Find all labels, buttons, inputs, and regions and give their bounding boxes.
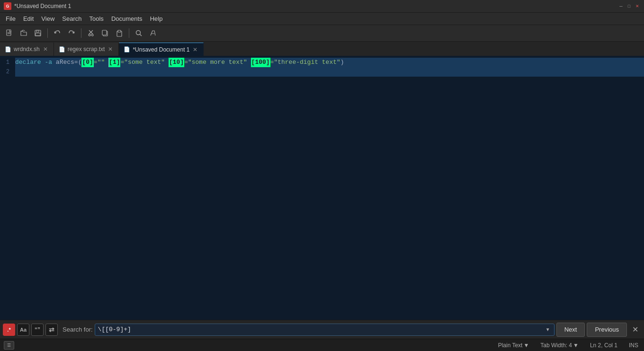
cursor-position[interactable]: Ln 2, Col 1 bbox=[588, 341, 619, 350]
menu-edit[interactable]: Edit bbox=[19, 14, 37, 24]
svg-line-15 bbox=[140, 35, 142, 36]
search-input[interactable] bbox=[98, 326, 545, 333]
save-file-button[interactable] bbox=[31, 27, 45, 39]
menu-help[interactable]: Help bbox=[146, 14, 167, 24]
tab-label-1: wrdndx.sh bbox=[14, 46, 40, 53]
code-line-2 bbox=[15, 67, 644, 77]
title-bar-left: G *Unsaved Document 1 bbox=[4, 2, 71, 10]
cut-button[interactable] bbox=[84, 27, 98, 39]
svg-rect-11 bbox=[102, 30, 107, 35]
tab-width-dropdown-icon: ▼ bbox=[573, 342, 579, 349]
code-area[interactable]: declare -a aRecs=([0]="" [1]="some text"… bbox=[13, 56, 644, 320]
search-history-button[interactable]: ▼ bbox=[545, 327, 551, 332]
svg-rect-13 bbox=[118, 30, 121, 32]
tab-icon-2: 📄 bbox=[59, 46, 65, 53]
tab-bar: 📄 wrdndx.sh ✕ 📄 regex scrap.txt ✕ 📄 *Uns… bbox=[0, 42, 644, 56]
previous-button[interactable]: Previous bbox=[587, 323, 627, 337]
minimize-button[interactable]: ─ bbox=[618, 3, 624, 9]
status-left: ☰ bbox=[4, 341, 14, 350]
tab-label-2: regex scrap.txt bbox=[68, 46, 105, 53]
insert-mode[interactable]: INS bbox=[627, 341, 640, 350]
toolbar bbox=[0, 25, 644, 42]
svg-point-8 bbox=[89, 34, 90, 36]
redo-button[interactable] bbox=[65, 27, 78, 39]
undo-button[interactable] bbox=[51, 27, 64, 39]
line-numbers: 1 2 bbox=[0, 56, 13, 320]
language-label: Plain Text bbox=[498, 342, 523, 349]
svg-point-14 bbox=[136, 31, 141, 35]
status-right: Plain Text ▼ Tab Width: 4 ▼ Ln 2, Col 1 … bbox=[496, 341, 640, 350]
window-controls: ─ □ ✕ bbox=[618, 3, 640, 9]
status-bar: ☰ Plain Text ▼ Tab Width: 4 ▼ Ln 2, Col … bbox=[0, 339, 644, 351]
color-pick-button[interactable] bbox=[146, 27, 160, 39]
search-button[interactable] bbox=[132, 27, 145, 39]
separator-2 bbox=[81, 28, 81, 38]
line-num-1: 1 bbox=[0, 58, 9, 67]
case-toggle-button[interactable]: Aa bbox=[17, 324, 29, 336]
svg-point-9 bbox=[91, 34, 93, 36]
menu-view[interactable]: View bbox=[37, 14, 58, 24]
tab-close-1[interactable]: ✕ bbox=[42, 46, 49, 53]
close-button[interactable]: ✕ bbox=[634, 3, 640, 9]
window-title: *Unsaved Document 1 bbox=[14, 3, 71, 9]
app-icon: G bbox=[4, 2, 11, 10]
next-button[interactable]: Next bbox=[556, 323, 585, 337]
editor-container[interactable]: 1 2 declare -a aRecs=([0]="" [1]="some t… bbox=[0, 56, 644, 320]
separator-1 bbox=[47, 28, 48, 38]
search-input-wrapper[interactable]: ▼ bbox=[95, 324, 555, 336]
title-bar: G *Unsaved Document 1 ─ □ ✕ bbox=[0, 0, 644, 12]
tab-width-label: Tab Width: 4 bbox=[540, 342, 572, 349]
tab-icon-3: 📄 bbox=[124, 46, 130, 53]
copy-button[interactable] bbox=[98, 27, 112, 39]
regex-toggle-button[interactable]: .* bbox=[3, 324, 15, 336]
maximize-button[interactable]: □ bbox=[626, 3, 632, 9]
tab-width-selector[interactable]: Tab Width: 4 ▼ bbox=[538, 341, 581, 350]
search-label: Search for: bbox=[63, 326, 93, 333]
new-file-button[interactable] bbox=[3, 27, 16, 39]
menu-tools[interactable]: Tools bbox=[86, 14, 107, 24]
tab-unsaved[interactable]: 📄 *Unsaved Document 1 ✕ bbox=[119, 43, 204, 56]
language-dropdown-icon: ▼ bbox=[523, 342, 529, 349]
replace-toggle-button[interactable]: ⇄ bbox=[45, 324, 58, 336]
tab-wrdndx[interactable]: 📄 wrdndx.sh ✕ bbox=[0, 43, 54, 56]
paste-button[interactable] bbox=[113, 27, 126, 39]
search-close-button[interactable]: ✕ bbox=[629, 324, 641, 336]
tab-regex[interactable]: 📄 regex scrap.txt ✕ bbox=[54, 43, 119, 56]
code-line-1: declare -a aRecs=([0]="" [1]="some text"… bbox=[15, 58, 644, 67]
tab-close-2[interactable]: ✕ bbox=[107, 46, 114, 53]
menu-file[interactable]: File bbox=[2, 14, 19, 24]
panel-toggle-button[interactable]: ☰ bbox=[4, 341, 14, 350]
tab-label-3: *Unsaved Document 1 bbox=[133, 46, 189, 53]
menu-bar: File Edit View Search Tools Documents He… bbox=[0, 12, 644, 25]
menu-search[interactable]: Search bbox=[58, 14, 85, 24]
svg-rect-5 bbox=[36, 33, 40, 35]
open-file-button[interactable] bbox=[17, 27, 30, 39]
language-selector[interactable]: Plain Text ▼ bbox=[496, 341, 531, 350]
menu-documents[interactable]: Documents bbox=[107, 14, 146, 24]
search-bar: .* Aa “” ⇄ Search for: ▼ Next Previous ✕ bbox=[0, 320, 644, 339]
editor-content: 1 2 declare -a aRecs=([0]="" [1]="some t… bbox=[0, 56, 644, 320]
tab-close-3[interactable]: ✕ bbox=[192, 46, 198, 53]
separator-3 bbox=[129, 28, 129, 38]
tab-icon-1: 📄 bbox=[5, 46, 11, 53]
line-num-2: 2 bbox=[0, 67, 9, 77]
word-toggle-button[interactable]: “” bbox=[31, 324, 44, 336]
